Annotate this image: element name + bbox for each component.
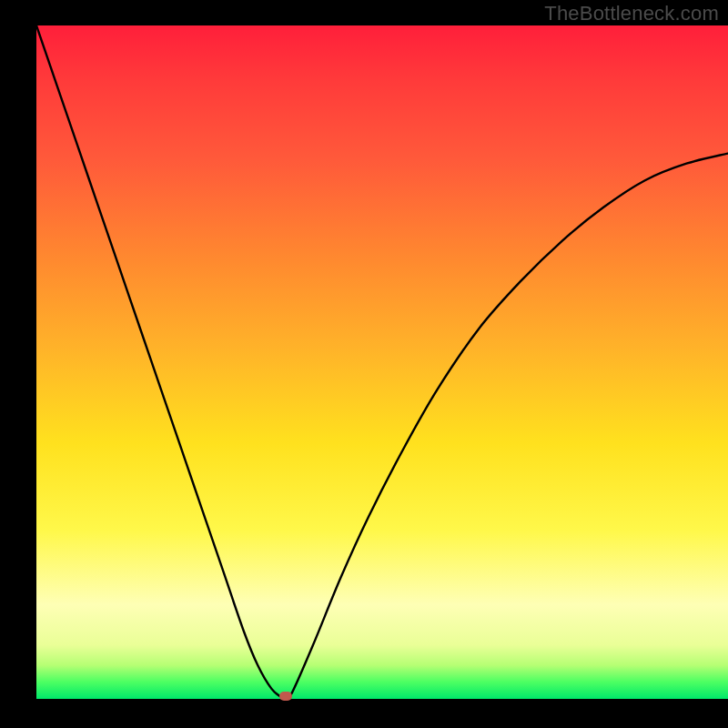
minimum-marker [279,692,292,701]
watermark-label: TheBottleneck.com [544,2,719,25]
curve-path [36,25,728,699]
bottleneck-curve [36,25,728,699]
plot-area [36,25,728,699]
chart-frame: TheBottleneck.com [0,0,728,728]
